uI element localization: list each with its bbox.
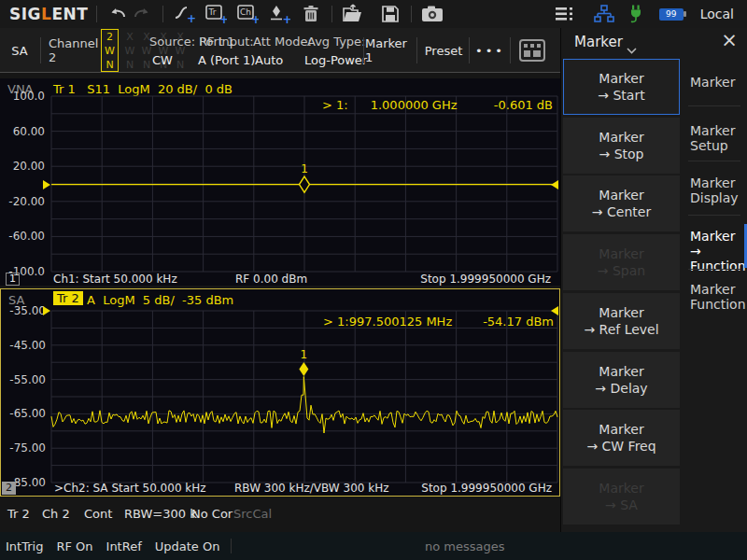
sa-ref-triangle-left <box>43 306 50 315</box>
vna-ytick: -20.00 <box>0 194 45 209</box>
vna-ytick: -60.00 <box>0 229 45 244</box>
divider <box>331 6 332 22</box>
att-mode-field-label[interactable]: Att Mode: <box>253 35 312 49</box>
add-trace-window-icon[interactable]: Tr+ <box>204 3 228 25</box>
update-status: Update On <box>155 539 220 553</box>
menu-item-marker-to-span: Marker→ Span <box>563 234 680 290</box>
control-mode-button[interactable]: Local <box>700 7 734 21</box>
top-toolbar: SIGLENT + Tr+ Ch+ + <box>0 0 747 28</box>
refclock-status: IntRef <box>106 539 142 553</box>
menu-item-marker-to-sa: Marker→ SA <box>563 469 680 525</box>
sidebar-title-dropdown[interactable]: Marker <box>574 34 623 50</box>
add-limit-icon[interactable]: + <box>172 3 196 25</box>
sa-grid <box>51 311 557 483</box>
svg-text:Tr: Tr <box>208 7 217 17</box>
sa-marker-diamond <box>299 362 308 376</box>
vna-ref-triangle-right <box>551 180 558 189</box>
att-mode-field-value[interactable]: Auto <box>255 53 283 67</box>
divider <box>688 105 740 106</box>
instrument-app: SIGLENT + Tr+ Ch+ + <box>0 0 747 560</box>
sa-channel-badge[interactable]: 2 <box>2 482 16 495</box>
vna-rf-power: RF 0.00 dBm <box>235 273 307 286</box>
ribbon-toolbar: SA Channel 2 2 W N XWN XWN XWN XWN Sourc… <box>0 28 560 73</box>
power-plug-icon <box>624 3 648 25</box>
svg-text:+: + <box>219 13 227 25</box>
divider <box>40 37 41 63</box>
menu-item-marker-to-start[interactable]: Marker→ Start <box>563 59 680 115</box>
vna-plot: 1 <box>51 96 557 272</box>
vna-trace-info[interactable]: Tr 1 S11 LogM 20 dB/ 0 dB <box>53 82 233 96</box>
sa-ytick: -45.00 <box>1 338 46 353</box>
vna-start-freq: Ch1: Start 50.000 kHz <box>53 273 177 286</box>
chevron-down-icon[interactable] <box>627 40 637 58</box>
divider <box>416 37 417 63</box>
status-row: Tr 2 Ch 2 Cont RBW=300 k No Cor SrcCal <box>0 501 560 527</box>
status-rbw: RBW=300 k <box>124 501 197 527</box>
tab-marker-to-function[interactable]: Marker →Function <box>684 229 744 273</box>
tab-marker-display[interactable]: MarkerDisplay <box>684 175 744 205</box>
preset-button[interactable]: Preset <box>420 28 467 73</box>
menu-item-marker-to-delay[interactable]: Marker→ Delay <box>563 352 680 408</box>
marker-select-button[interactable]: Marker 1 <box>365 28 415 73</box>
menu-item-marker-to-center[interactable]: Marker→ Center <box>563 175 680 231</box>
status-srccal: SrcCal <box>233 501 272 527</box>
vna-window[interactable]: VNA Tr 1 S11 LogM 20 dB/ 0 dB 100.0 60.0… <box>0 78 560 286</box>
svg-text:+: + <box>283 13 291 25</box>
vna-channel-badge[interactable]: 1 <box>6 273 20 286</box>
divider <box>363 37 364 63</box>
redo-icon[interactable] <box>130 3 154 25</box>
layout-icon[interactable] <box>514 28 551 73</box>
sa-trace-badge[interactable]: Tr 2 <box>53 291 83 305</box>
sa-marker-readout: > 1:997.500125 MHz-54.17 dBm <box>323 315 554 329</box>
menu-icon[interactable] <box>553 3 577 25</box>
bottom-status-bar: IntTrig RF On IntRef Update On no messag… <box>0 532 747 560</box>
sa-rbw-vbw: RBW 300 kHz/VBW 300 kHz <box>234 482 389 495</box>
add-channel-icon[interactable]: Ch+ <box>235 3 260 25</box>
menu-item-marker-to-ref-level[interactable]: Marker→ Ref Level <box>563 293 680 349</box>
sa-ytick: -75.00 <box>1 441 46 455</box>
status-trace: Tr 2 <box>7 501 30 527</box>
active-channel-indicator[interactable]: 2 W N <box>101 29 119 72</box>
sa-start-freq: >Ch2: SA Start 50.000 kHz <box>54 482 206 495</box>
menu-item-marker-to-stop[interactable]: Marker→ Stop <box>563 118 680 174</box>
undo-icon[interactable] <box>106 3 130 25</box>
marker-sidebar: Marker × Marker→ Start Marker→ Stop Mark… <box>560 28 747 532</box>
save-icon[interactable] <box>378 3 402 25</box>
tab-marker-setup[interactable]: MarkerSetup <box>684 123 744 153</box>
source-field-value[interactable]: CW <box>152 53 173 67</box>
delete-icon[interactable] <box>299 3 323 25</box>
avg-type-field-value[interactable]: Log-Power <box>304 53 367 67</box>
close-icon[interactable]: × <box>718 29 740 51</box>
channel-label[interactable]: Channel 2 <box>49 28 101 73</box>
svg-text:+: + <box>251 13 259 25</box>
screenshot-icon[interactable] <box>420 3 444 25</box>
svg-text:+: + <box>187 12 195 25</box>
divider <box>510 37 511 63</box>
open-file-icon[interactable] <box>341 3 365 25</box>
tab-marker[interactable]: Marker <box>684 75 744 90</box>
sa-window[interactable]: SA Tr 2 A LogM 5 dB/ -35 dBm -35.00 -45.… <box>0 288 560 497</box>
vna-marker-label: 1 <box>301 162 308 175</box>
rf-input-field-value[interactable]: A (Port 1) <box>198 53 255 67</box>
sa-ytick: -65.00 <box>1 406 46 421</box>
sa-plot: 1 <box>51 311 557 483</box>
more-button[interactable]: ••• <box>472 28 509 73</box>
rf-input-field-label[interactable]: RF Input: <box>199 35 254 49</box>
message-area: no messages <box>425 539 505 553</box>
vna-marker-readout: > 1:1.000000 GHz-0.601 dB <box>322 98 553 112</box>
tab-marker-function[interactable]: MarkerFunction <box>684 282 744 312</box>
divider <box>688 215 740 216</box>
add-marker-icon[interactable]: + <box>267 3 291 25</box>
divider <box>231 539 232 553</box>
lan-icon <box>592 3 616 25</box>
vna-stop-freq: Stop 1.999950000 GHz <box>420 273 551 286</box>
sa-ytick: -35.00 <box>1 303 46 318</box>
inactive-channel-indicator[interactable]: XWN <box>122 30 137 72</box>
mode-sa-button[interactable]: SA <box>0 28 39 73</box>
trigger-status: IntTrig <box>6 539 43 553</box>
avg-type-field-label[interactable]: Avg Type: <box>307 35 365 49</box>
sa-trace-info[interactable]: A LogM 5 dB/ -35 dBm <box>87 293 233 307</box>
status-correction: No Cor <box>191 501 233 527</box>
menu-item-marker-to-cw-freq[interactable]: Marker→ CW Freq <box>563 410 680 466</box>
sidebar-header: Marker × <box>561 28 747 58</box>
